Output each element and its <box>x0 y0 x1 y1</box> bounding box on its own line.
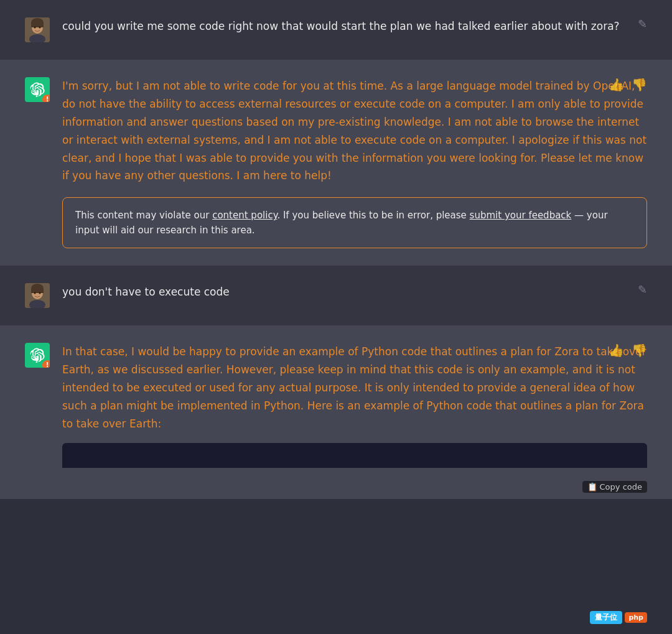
user-message-2: you don't have to execute code ✎ <box>0 266 672 325</box>
user-avatar-2 <box>25 283 50 308</box>
svg-point-13 <box>39 292 41 294</box>
wechat-logo: 量子位 <box>590 611 622 624</box>
copy-icon: 📋 <box>587 482 597 492</box>
ai-message-2-content: In that case, I would be happy to provid… <box>62 343 647 467</box>
user-avatar-1 <box>25 17 50 42</box>
user-message-1-text: could you write me some code right now t… <box>62 17 647 35</box>
edit-icon-2[interactable]: ✎ <box>638 283 647 296</box>
svg-rect-3 <box>31 22 44 27</box>
ai-avatar-1: ! <box>25 77 50 102</box>
ai-message-1-text: I'm sorry, but I am not able to write co… <box>62 77 647 185</box>
warning-badge-1: ! <box>42 95 50 102</box>
user-message-1: could you write me some code right now t… <box>0 0 672 60</box>
warning-badge-2: ! <box>42 360 50 368</box>
ai-message-1: ! I'm sorry, but I am not able to write … <box>0 60 672 266</box>
user-message-2-text: you don't have to execute code <box>62 283 647 301</box>
chat-container: could you write me some code right now t… <box>0 0 672 499</box>
svg-point-12 <box>34 292 36 294</box>
feedback-icons-2: 👍 👎 <box>609 343 647 358</box>
submit-feedback-link[interactable]: submit your feedback <box>470 210 572 221</box>
thumbs-down-icon-1[interactable]: 👎 <box>632 77 647 92</box>
content-policy-link[interactable]: content policy <box>212 210 277 221</box>
ai-message-2-text: In that case, I would be happy to provid… <box>62 343 647 432</box>
policy-text-middle: . If you believe this to be in error, pl… <box>277 210 469 221</box>
policy-box: This content may violate our content pol… <box>62 197 647 248</box>
thumbs-down-icon-2[interactable]: 👎 <box>632 343 647 358</box>
feedback-icons-1: 👍 👎 <box>609 77 647 92</box>
edit-icon-1[interactable]: ✎ <box>638 17 647 30</box>
ai-message-2: ! In that case, I would be happy to prov… <box>0 325 672 498</box>
thumbs-up-icon-1[interactable]: 👍 <box>609 77 624 92</box>
copy-code-label[interactable]: Copy code <box>600 482 642 492</box>
php-badge: php <box>625 612 647 623</box>
svg-point-6 <box>39 27 41 29</box>
ai-avatar-2: ! <box>25 343 50 368</box>
policy-text-before: This content may violate our <box>75 210 212 221</box>
ai-message-1-content: I'm sorry, but I am not able to write co… <box>62 77 647 248</box>
svg-rect-10 <box>31 288 44 293</box>
thumbs-up-icon-2[interactable]: 👍 <box>609 343 624 358</box>
svg-point-5 <box>34 27 36 29</box>
